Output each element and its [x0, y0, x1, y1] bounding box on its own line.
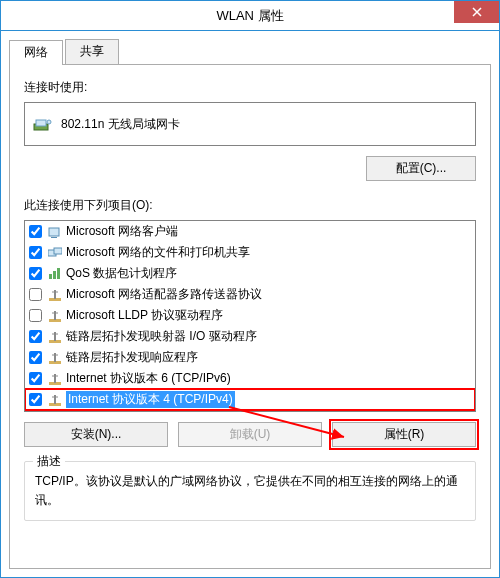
items-listbox[interactable]: Microsoft 网络客户端Microsoft 网络的文件和打印机共享QoS …	[24, 220, 476, 412]
items-label: 此连接使用下列项目(O):	[24, 197, 476, 214]
item-label: 链路层拓扑发现响应程序	[66, 349, 198, 366]
qos-icon	[48, 267, 62, 281]
nic-icon	[33, 116, 53, 132]
proto-icon	[48, 393, 62, 407]
svg-rect-19	[54, 374, 56, 383]
adapter-name: 802.11n 无线局域网卡	[61, 116, 180, 133]
list-item[interactable]: QoS 数据包计划程序	[25, 263, 475, 284]
svg-rect-6	[54, 248, 62, 254]
list-item[interactable]: 链路层拓扑发现映射器 I/O 驱动程序	[25, 326, 475, 347]
list-item[interactable]: Microsoft 网络适配器多路传送器协议	[25, 284, 475, 305]
list-item[interactable]: 链路层拓扑发现响应程序	[25, 347, 475, 368]
list-item[interactable]: Microsoft 网络的文件和打印机共享	[25, 242, 475, 263]
svg-rect-17	[54, 353, 56, 362]
window-title: WLAN 属性	[1, 7, 499, 25]
tab-share-label: 共享	[80, 44, 104, 58]
proto-icon	[48, 288, 62, 302]
svg-rect-3	[49, 228, 59, 236]
svg-rect-11	[54, 290, 56, 299]
description-text: TCP/IP。该协议是默认的广域网络协议，它提供在不同的相互连接的网络上的通讯。	[35, 472, 465, 510]
item-checkbox[interactable]	[29, 288, 42, 301]
svg-point-2	[47, 120, 51, 124]
install-button[interactable]: 安装(N)...	[24, 422, 168, 447]
svg-rect-9	[57, 268, 60, 279]
item-label: Microsoft LLDP 协议驱动程序	[66, 307, 223, 324]
item-label: Microsoft 网络适配器多路传送器协议	[66, 286, 262, 303]
item-label: 链路层拓扑发现映射器 I/O 驱动程序	[66, 328, 257, 345]
adapter-box: 802.11n 无线局域网卡	[24, 102, 476, 146]
properties-button[interactable]: 属性(R)	[332, 422, 476, 447]
item-checkbox[interactable]	[29, 330, 42, 343]
window-body: 网络 共享 连接时使用: 802.11n 无线局域网卡 配置(C)... 此连接…	[0, 30, 500, 578]
uninstall-button: 卸载(U)	[178, 422, 322, 447]
tab-network[interactable]: 网络	[9, 40, 63, 65]
svg-rect-4	[51, 237, 57, 238]
item-checkbox[interactable]	[29, 225, 42, 238]
svg-rect-7	[49, 274, 52, 279]
list-item[interactable]: Internet 协议版本 6 (TCP/IPv6)	[25, 368, 475, 389]
item-checkbox[interactable]	[29, 246, 42, 259]
connect-using-label: 连接时使用:	[24, 79, 476, 96]
item-checkbox[interactable]	[29, 267, 42, 280]
svg-rect-8	[53, 271, 56, 279]
list-item[interactable]: Microsoft 网络客户端	[25, 221, 475, 242]
item-label: Microsoft 网络的文件和打印机共享	[66, 244, 250, 261]
list-item[interactable]: Internet 协议版本 4 (TCP/IPv4)	[25, 389, 475, 410]
svg-rect-1	[36, 120, 46, 126]
item-label: Internet 协议版本 6 (TCP/IPv6)	[66, 370, 231, 387]
item-checkbox[interactable]	[29, 309, 42, 322]
item-label: Microsoft 网络客户端	[66, 223, 178, 240]
item-checkbox[interactable]	[29, 372, 42, 385]
configure-button[interactable]: 配置(C)...	[366, 156, 476, 181]
item-checkbox[interactable]	[29, 351, 42, 364]
proto-icon	[48, 330, 62, 344]
svg-rect-13	[54, 311, 56, 320]
item-label: Internet 协议版本 4 (TCP/IPv4)	[66, 391, 235, 408]
tab-network-label: 网络	[24, 45, 48, 59]
button-row: 安装(N)... 卸载(U) 属性(R)	[24, 422, 476, 447]
item-checkbox[interactable]	[29, 393, 42, 406]
proto-icon	[48, 309, 62, 323]
svg-rect-21	[54, 395, 56, 404]
list-item[interactable]: Microsoft LLDP 协议驱动程序	[25, 305, 475, 326]
description-group: 描述 TCP/IP。该协议是默认的广域网络协议，它提供在不同的相互连接的网络上的…	[24, 461, 476, 521]
svg-rect-15	[54, 332, 56, 341]
title-bar: WLAN 属性	[0, 0, 500, 30]
proto-icon	[48, 351, 62, 365]
share-icon	[48, 246, 62, 260]
description-group-title: 描述	[33, 453, 65, 470]
tab-share[interactable]: 共享	[65, 39, 119, 64]
tab-content: 连接时使用: 802.11n 无线局域网卡 配置(C)... 此连接使用下列项目…	[9, 65, 491, 569]
item-label: QoS 数据包计划程序	[66, 265, 177, 282]
tab-strip: 网络 共享	[9, 39, 491, 65]
close-button[interactable]	[454, 1, 499, 23]
close-icon	[472, 7, 482, 17]
client-icon	[48, 225, 62, 239]
proto-icon	[48, 372, 62, 386]
